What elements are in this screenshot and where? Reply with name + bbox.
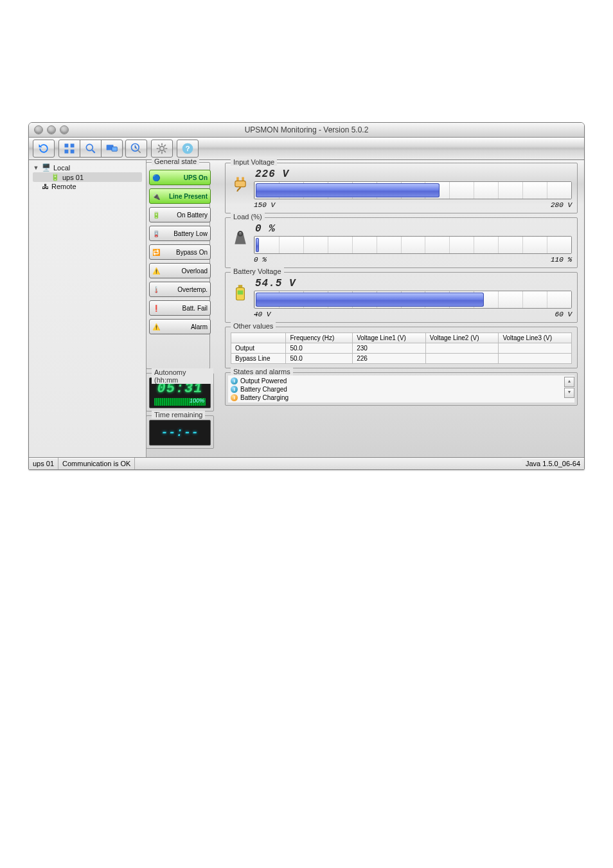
table-cell: 226 <box>353 354 426 364</box>
help-icon: ? <box>181 142 194 155</box>
body: ▼ 🖥️ Local 🔋 ups 01 🖧 Remote General sta… <box>29 160 584 457</box>
devices-icon <box>105 142 118 155</box>
tree-node-local[interactable]: ▼ 🖥️ Local <box>33 163 142 172</box>
input-voltage-legend: Input Voltage <box>231 158 277 166</box>
folder-icon: 🖥️ <box>42 163 51 172</box>
load-max: 110 % <box>551 256 572 264</box>
states-alarms-fieldset: States and alarms iOutput PowerediBatter… <box>225 372 578 406</box>
main-column: Input Voltage 226 V <box>225 163 578 406</box>
battery-voltage-max: 60 V <box>555 311 572 318</box>
list-item: iBattery Charged <box>231 385 572 393</box>
status-text: Battery Charged <box>240 385 287 393</box>
table-header: Voltage Line2 (V) <box>425 333 499 343</box>
input-voltage-max: 280 V <box>551 201 572 209</box>
svg-rect-14 <box>238 285 242 287</box>
other-values-legend: Other values <box>231 322 276 330</box>
grid-view-button[interactable] <box>58 140 80 158</box>
table-row: Output50.0230 <box>231 343 572 354</box>
svg-point-8 <box>160 147 164 151</box>
ups-icon: 🔋 <box>51 173 60 181</box>
svg-rect-15 <box>238 291 244 294</box>
table-header: Voltage Line1 (V) <box>353 333 426 343</box>
status-text: Battery Charging <box>240 393 289 402</box>
table-header: Voltage Line3 (V) <box>499 333 572 343</box>
statusbar-java: Java 1.5.0_06-64 <box>522 458 584 469</box>
gear-icon <box>155 142 168 155</box>
battery-voltage-gauge <box>254 291 572 309</box>
schedule-button[interactable] <box>125 140 147 158</box>
disclosure-triangle-icon[interactable]: ▼ <box>33 165 39 171</box>
svg-rect-11 <box>235 181 245 186</box>
grid-icon <box>63 142 76 155</box>
tree-node-ups01[interactable]: 🔋 ups 01 <box>33 172 142 182</box>
states-alarms-legend: States and alarms <box>231 368 293 375</box>
load-legend: Load (%) <box>231 213 265 221</box>
input-voltage-fieldset: Input Voltage 226 V <box>225 163 578 213</box>
toolbar: ? <box>29 138 584 160</box>
table-cell: 230 <box>353 343 426 354</box>
devices-button[interactable] <box>101 140 123 158</box>
statusbar-comm: Communication is OK <box>58 458 135 469</box>
status-text: Output Powered <box>240 377 287 385</box>
plug-icon <box>231 172 250 195</box>
scroll-buttons: ▴ ▾ <box>564 377 573 399</box>
table-cell <box>499 354 572 364</box>
input-voltage-gauge <box>254 181 572 199</box>
statusbar: ups 01 Communication is OK Java 1.5.0_06… <box>29 457 584 469</box>
app-window: UPSMON Monitoring - Version 5.0.2 ? <box>28 122 585 470</box>
load-min: 0 % <box>254 256 267 264</box>
remote-icon: 🖧 <box>42 183 49 190</box>
svg-rect-3 <box>71 150 75 154</box>
tree-label: Remote <box>51 183 76 190</box>
table-cell <box>425 343 499 354</box>
refresh-button[interactable] <box>33 140 55 158</box>
table-header-row: Frequency (Hz)Voltage Line1 (V)Voltage L… <box>231 333 572 343</box>
tree-label: ups 01 <box>62 174 84 181</box>
tree-node-remote[interactable]: 🖧 Remote <box>33 182 142 191</box>
table-row: Bypass Line50.0226 <box>231 354 572 364</box>
table-cell: Bypass Line <box>231 354 286 364</box>
list-item: iBattery Charging <box>231 393 572 402</box>
svg-point-4 <box>86 144 93 150</box>
search-button[interactable] <box>80 140 102 158</box>
status-bullet-icon: i <box>231 386 238 393</box>
settings-button[interactable] <box>151 140 173 158</box>
weight-icon <box>231 227 250 250</box>
battery-voltage-value: 54.5 V <box>255 278 572 289</box>
battery-voltage-min: 40 V <box>254 311 271 318</box>
refresh-icon <box>37 142 50 155</box>
battery-voltage-fieldset: Battery Voltage 54.5 V <box>225 272 578 323</box>
status-bullet-icon: i <box>231 377 238 384</box>
device-tree[interactable]: ▼ 🖥️ Local 🔋 ups 01 🖧 Remote <box>29 160 147 457</box>
other-values-table: Frequency (Hz)Voltage Line1 (V)Voltage L… <box>231 332 572 364</box>
input-voltage-value: 226 V <box>255 168 572 180</box>
table-cell <box>499 343 572 354</box>
svg-rect-2 <box>65 150 69 154</box>
magnifier-icon <box>84 142 97 155</box>
clock-wrench-icon <box>130 142 143 155</box>
tree-label: Local <box>53 164 70 172</box>
table-header <box>231 333 286 343</box>
statusbar-device: ups 01 <box>29 458 58 469</box>
table-cell: Output <box>231 343 286 354</box>
svg-rect-0 <box>65 144 69 148</box>
view-group <box>58 140 123 158</box>
help-button[interactable]: ? <box>177 140 199 158</box>
svg-rect-1 <box>71 144 75 148</box>
table-cell <box>425 354 499 364</box>
table-cell: 50.0 <box>286 343 353 354</box>
load-value: 0 % <box>255 223 572 235</box>
scroll-down-button[interactable]: ▾ <box>564 388 574 398</box>
scroll-up-button[interactable]: ▴ <box>564 377 574 387</box>
load-gauge <box>254 236 572 254</box>
battery-voltage-legend: Battery Voltage <box>231 267 284 275</box>
svg-rect-6 <box>112 147 117 152</box>
window-title: UPSMON Monitoring - Version 5.0.2 <box>29 125 584 134</box>
load-fieldset: Load (%) 0 % <box>225 217 578 268</box>
other-values-fieldset: Other values Frequency (Hz)Voltage Line1… <box>225 327 578 368</box>
states-alarms-list[interactable]: iOutput PowerediBattery ChargediBattery … <box>228 375 574 402</box>
table-cell: 50.0 <box>286 354 353 364</box>
titlebar[interactable]: UPSMON Monitoring - Version 5.0.2 <box>29 123 584 138</box>
svg-text:?: ? <box>185 144 190 152</box>
list-item: iOutput Powered <box>231 377 572 385</box>
